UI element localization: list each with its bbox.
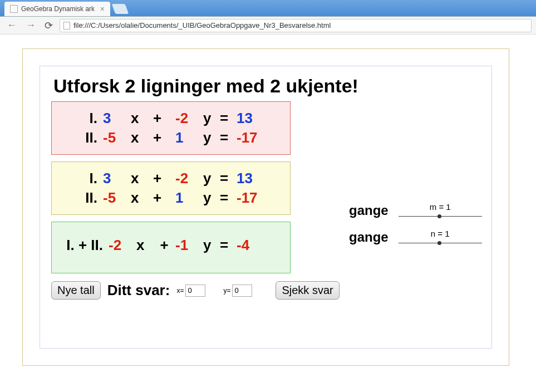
original-equations-box: I. 3 x + -2 y = 13 II. -5 x + 1 y = (51, 101, 291, 155)
browser-tab[interactable]: GeoGebra Dynamisk ark × (4, 2, 110, 16)
address-bar[interactable]: file:///C:/Users/olalie/Documents/_UIB/G… (60, 19, 532, 32)
coef: -5 (103, 189, 131, 207)
page-body: Utforsk 2 ligninger med 2 ukjente! I. 3 … (0, 35, 536, 380)
coef: 3 (103, 170, 131, 187)
multiplier-row-n: gange n = 1 (349, 224, 482, 251)
nye-tall-button[interactable]: Nye tall (51, 281, 101, 300)
eq-label: I. (58, 170, 103, 187)
answer-x-input[interactable] (185, 285, 205, 297)
answer-y-group: y= (223, 285, 252, 297)
page-title: Utforsk 2 ligninger med 2 ukjente! (53, 75, 480, 97)
plus-sign: + (153, 237, 175, 254)
rhs: -17 (237, 189, 276, 207)
var-x: x (131, 170, 153, 187)
forward-icon[interactable]: → (23, 18, 38, 32)
browser-tab-strip: GeoGebra Dynamisk ark × (0, 0, 536, 17)
browser-toolbar: ← → ⟳ file:///C:/Users/olalie/Documents/… (0, 17, 536, 35)
new-tab-button[interactable] (112, 4, 129, 14)
coef-a21: -5 (103, 129, 131, 146)
slider-track[interactable] (399, 213, 482, 219)
var-y: y (203, 129, 220, 146)
reload-icon[interactable]: ⟳ (42, 18, 55, 33)
coef-a11: 3 (103, 110, 131, 127)
equation-row: I. 3 x + -2 y = 13 (58, 110, 283, 127)
coef: -2 (175, 170, 203, 187)
answer-y-label: y= (223, 287, 230, 295)
var-x: x (131, 189, 153, 207)
var-y: y (203, 170, 220, 187)
eq-label: II. (58, 189, 103, 207)
coef: 1 (175, 189, 203, 207)
coef-a22: 1 (175, 129, 203, 146)
eq-label: II. (58, 129, 103, 146)
slider-track[interactable] (399, 239, 482, 246)
var-x: x (131, 129, 153, 146)
multiplier-row-m: gange m = 1 (349, 197, 482, 224)
slider-n-value: n = 1 (399, 229, 482, 238)
sum-equation-box: I. + II. -2 x + -1 y = -4 (51, 222, 291, 273)
eq-label: I. + II. (58, 237, 109, 254)
slider-m[interactable]: m = 1 (399, 202, 482, 219)
var-x: x (131, 110, 153, 127)
coef-sum1: -2 (109, 237, 136, 254)
answer-label: Ditt svar: (107, 282, 170, 299)
equals-sign: = (220, 189, 237, 207)
slider-handle[interactable] (437, 241, 441, 245)
answer-y-input[interactable] (232, 285, 252, 297)
geogebra-applet: Utforsk 2 ligninger med 2 ukjente! I. 3 … (40, 66, 492, 349)
answer-x-label: x= (176, 287, 184, 295)
slider-m-value: m = 1 (399, 202, 482, 212)
equation-row: II. -5 x + 1 y = -17 (58, 189, 283, 207)
equals-sign: = (220, 110, 237, 127)
slider-handle[interactable] (437, 214, 441, 218)
file-icon (63, 22, 70, 30)
plus-sign: + (153, 189, 175, 207)
rhs-sum: -4 (237, 237, 276, 254)
outer-frame: Utforsk 2 ligninger med 2 ukjente! I. 3 … (22, 48, 509, 366)
plus-sign: + (153, 129, 175, 146)
tab-title: GeoGebra Dynamisk ark (21, 5, 95, 13)
answer-x-group: x= (176, 285, 205, 297)
sjekk-svar-button[interactable]: Sjekk svar (276, 281, 339, 300)
slider-n[interactable]: n = 1 (399, 229, 482, 246)
scaled-equations-box: I. 3 x + -2 y = 13 II. -5 x + 1 y = (51, 161, 291, 215)
equation-row: I. 3 x + -2 y = 13 (58, 170, 283, 187)
plus-sign: + (153, 110, 175, 127)
back-icon[interactable]: ← (4, 18, 19, 32)
rhs: 13 (237, 170, 276, 187)
var-y: y (203, 110, 220, 127)
rhs-b1: 13 (237, 110, 276, 127)
page-icon (10, 5, 18, 13)
coef-sum2: -1 (175, 237, 203, 254)
var-y: y (203, 237, 220, 254)
bottom-bar: Nye tall Ditt svar: x= y= Sjekk svar (51, 281, 480, 300)
close-icon[interactable]: × (100, 4, 105, 13)
coef-a12: -2 (175, 110, 203, 127)
var-x: x (136, 237, 153, 254)
gange-label: gange (349, 229, 389, 245)
equals-sign: = (220, 237, 237, 254)
equation-row: I. + II. -2 x + -1 y = -4 (58, 237, 283, 254)
equals-sign: = (220, 129, 237, 146)
eq-label: I. (58, 110, 103, 127)
var-y: y (203, 189, 220, 207)
equation-row: II. -5 x + 1 y = -17 (58, 129, 283, 146)
equals-sign: = (220, 170, 237, 187)
multiplier-panel: gange m = 1 gange n = 1 (349, 197, 482, 251)
url-text: file:///C:/Users/olalie/Documents/_UIB/G… (73, 21, 331, 30)
rhs-b2: -17 (237, 129, 276, 146)
plus-sign: + (153, 170, 175, 187)
gange-label: gange (349, 203, 389, 218)
